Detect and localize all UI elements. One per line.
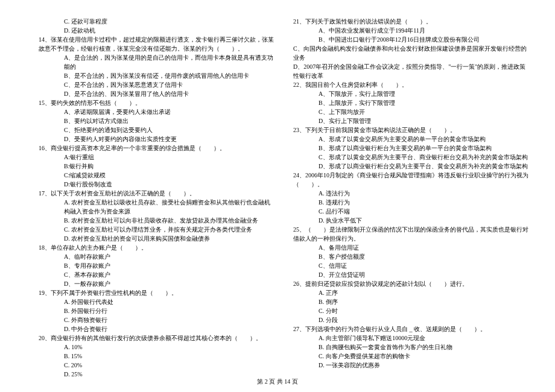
q25-a: A、备用信用证	[291, 243, 531, 252]
q16-d: D:银行股份制改造	[36, 180, 276, 189]
q27-b: B. 自掏腰包购买一套黄金首饰作为客户的生日礼物	[291, 343, 531, 352]
q15: 15、要约失效的情形不包括（ ）。	[36, 98, 276, 107]
q22-c: C、上下限均放开	[291, 107, 531, 116]
q27-d: D. 一张美容院的优惠券	[291, 361, 531, 370]
q26-b: B. 倒序	[291, 297, 531, 306]
q16-a: A:银行重组	[36, 153, 276, 162]
q25-d: D、开立信贷证明	[291, 270, 531, 279]
q21-c: C、向国内金融机构发行金融债券和向社会发行财政担保建设债券是国家开发银行经营的业…	[291, 44, 531, 62]
q24: 24、2006年10月制定的《商业银行合规风险管理指南》将违反银行业职业操守的行…	[291, 171, 531, 189]
q27-a: A. 向主管部门领导私下赠送10000元现金	[291, 334, 531, 343]
q16-b: B:银行并购	[36, 162, 276, 171]
q20-a: A. 10%	[36, 343, 276, 352]
q21: 21、下列关于政策性银行的说法错误的是（ ）。	[291, 17, 531, 26]
q19-a: A. 外国银行代表处	[36, 297, 276, 306]
left-column: C. 还款可靠程度 D. 还款动机 14、张某在使用信用卡过程中，超过规定的限额…	[36, 17, 287, 374]
q24-b: B. 违规行为	[291, 198, 531, 207]
q19: 19、下列不属于外资银行营业性机构的是（ ）。	[36, 288, 276, 297]
q19-b: B. 外国银行分行	[36, 306, 276, 315]
q18: 18、单位存款人的主办账户是（ ）。	[36, 243, 276, 252]
q23-d: D、形成了以商业银行柜台交易为主要平台、黄金交易所为补充的黄金市场架构	[291, 162, 531, 171]
q23: 23、下列关于目前我国黄金市场架构说法正确的是（ ）。	[291, 125, 531, 134]
q20-d: D. 25%	[36, 370, 276, 379]
q26-d: D. 分段	[291, 315, 531, 324]
q14: 14、张某在使用信用卡过程中，超过规定的限额进行透支，发卡银行再三催讨欠款，张某…	[36, 35, 276, 53]
q22-b: B、上限放开，实行下限管理	[291, 98, 531, 107]
q25-b: B、客户授信额度	[291, 252, 531, 261]
q19-d: D. 中外合资银行	[36, 324, 276, 334]
q21-b: B、中国进出口银行于2008年12月16日挂牌成立股份有限公司	[291, 35, 531, 44]
exam-page: C. 还款可靠程度 D. 还款动机 14、张某在使用信用卡过程中，超过规定的限额…	[0, 0, 555, 374]
q22-a: A、下限放开，实行上限管理	[291, 89, 531, 98]
q14-a: A、是合法的，因为张某使用的是自己的信用卡，而信用卡本身就是具有透支功能的	[36, 53, 276, 71]
q15-b: B、要约以对话方式做出	[36, 116, 276, 125]
q15-c: C、拒绝要约的通知到达受要约人	[36, 125, 276, 134]
q-prev-opt-c: C. 还款可靠程度	[36, 17, 276, 26]
q25-c: C、信用证	[291, 261, 531, 270]
q24-a: A. 违法行为	[291, 189, 531, 198]
q17-a: A. 农村资金互助社以吸收社员存款、接受社会捐赠资金和从其他银行也金融机构融入资…	[36, 198, 276, 216]
q18-b: B、专用存款账户	[36, 261, 276, 270]
q26-a: A. 正序	[291, 288, 531, 297]
q22: 22、我国目前个人住房贷款利率（ ）。	[291, 80, 531, 89]
q14-c: C、是不合法的，因为张某恶意透支了信用卡	[36, 80, 276, 89]
q-prev-opt-d: D. 还款动机	[36, 26, 276, 35]
q16-c: C:缩减贷款规模	[36, 171, 276, 180]
right-column: 21、下列关于政策性银行的说法错误的是（ ）。 A、中国农业发展银行成立于199…	[287, 17, 531, 374]
q17-b: B. 农村资金互助社可以向非社员吸收存款、发放贷款及办理其他金融业务	[36, 216, 276, 225]
q15-a: A、承诺期限届满，受要约人未做出承诺	[36, 107, 276, 116]
q18-c: C、基本存款账户	[36, 270, 276, 279]
q17-c: C. 农村资金互助社可以办理结算业务，并按有关规定开办各类代理业务	[36, 225, 276, 234]
q20-c: C. 20%	[36, 361, 276, 370]
q23-c: C、形成了以黄金交易所为主要平台、商业银行柜台交易为补充的黄金市场架构	[291, 153, 531, 162]
q23-b: B、形成了以商业银行柜台为主要交易的单一平台的黄金市场架构	[291, 144, 531, 153]
q20: 20、商业银行持有的其他银行发行的次级债券余额不得超过其核心资本的（ ）。	[36, 334, 276, 343]
q27: 27、下列选项中的行为符合银行从业人员自 _ 收、送规则的是（ ）。	[291, 324, 531, 334]
q17-d: D. 农村资金互助社的资金可以用来购买国债和金融债券	[36, 234, 276, 243]
q22-d: D、实行上下限管理	[291, 116, 531, 125]
q18-a: A、临时存款账户	[36, 252, 276, 261]
q19-c: C. 外商独资银行	[36, 315, 276, 324]
q21-d: D、2007年召开的全国金融工作会议决定，按照分类指导、"一行一策"的原则，推进…	[291, 62, 531, 80]
q24-c: C. 品行不端	[291, 207, 531, 216]
q15-d: D、受要约人对要约的内容做出实质性变更	[36, 134, 276, 144]
q26: 26、提前归还贷款应按贷款协议规定的还款计划以（ ）进行。	[291, 279, 531, 288]
q14-b: B、是不合法的，因为张某没有偿还，使用作废的或冒用他人的信用卡	[36, 71, 276, 80]
q23-a: A、形成了以黄金交易所为主要交易的单一平台的黄金市场架构	[291, 134, 531, 144]
q17: 17、以下关于农村资金互助社的说法不正确的是（ ）。	[36, 189, 276, 198]
q27-c: C. 向客户免费提供某超市的购物卡	[291, 352, 531, 361]
q21-a: A、中国农业发展银行成立于1994年11月	[291, 26, 531, 35]
q14-d: D、是不合法的、因为张某冒用了他人的信用卡	[36, 89, 276, 98]
q18-d: D、一般存款账户	[36, 279, 276, 288]
q25: 25、（ ）是法律限制开立保函的情况下出现的保函业务的替代品，其实质也是银行对借…	[291, 225, 531, 243]
q16: 16、商业银行提高资本充足率的一个非常重要的综合措施是（ ）。	[36, 144, 276, 153]
q24-d: D. 执业水平低下	[291, 216, 531, 225]
q20-b: B. 15%	[36, 352, 276, 361]
q26-c: C. 分时	[291, 306, 531, 315]
